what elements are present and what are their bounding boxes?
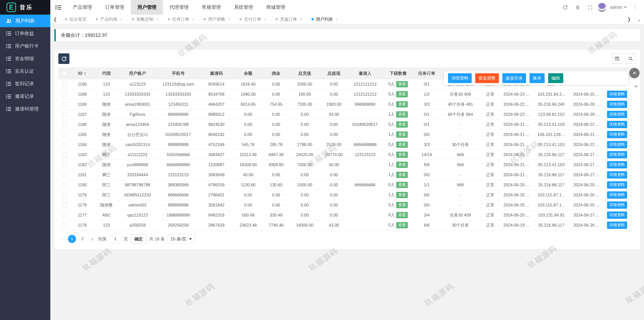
row-checkbox[interactable]	[62, 183, 67, 187]
more-actions-icon[interactable]: ...	[628, 102, 632, 106]
detail-button[interactable]: 详情资料	[607, 101, 627, 108]
view-subordinates-button[interactable]: 查看	[396, 222, 408, 228]
row-checkbox[interactable]	[62, 92, 67, 97]
more-menu-icon[interactable]: ⋮	[629, 0, 640, 15]
view-subordinates-button[interactable]: 查看	[396, 162, 408, 168]
tabs-menu-icon[interactable]: ⌄	[634, 15, 644, 24]
select-all-checkbox[interactable]	[62, 71, 67, 76]
row-checkbox[interactable]	[62, 132, 67, 137]
page-button-2[interactable]: 2	[78, 235, 87, 243]
more-actions-icon[interactable]: ...	[628, 112, 632, 116]
row-checkbox[interactable]	[62, 153, 67, 157]
action-button-2[interactable]: 资金调整	[475, 73, 499, 83]
detail-button[interactable]: 详情资料	[607, 151, 627, 158]
nav-item-7[interactable]: 商城管理	[260, 0, 292, 15]
sidebar-item-2[interactable]: 订单收益	[0, 27, 50, 40]
table-refresh-button[interactable]	[58, 53, 69, 64]
tab-7[interactable]: 充值订单×	[271, 15, 307, 24]
view-subordinates-button[interactable]: 查看	[396, 111, 408, 118]
row-checkbox[interactable]	[62, 213, 67, 218]
detail-button[interactable]: 详情资料	[607, 181, 627, 189]
detail-button[interactable]: 详情资料	[607, 91, 627, 98]
row-checkbox[interactable]	[62, 203, 67, 207]
nav-item-1[interactable]: 产品管理	[66, 0, 99, 15]
page-number-input[interactable]	[109, 235, 121, 243]
more-actions-icon[interactable]: ...	[628, 223, 632, 227]
more-actions-icon[interactable]: ...	[628, 212, 632, 217]
detail-button[interactable]: 详情资料	[607, 201, 627, 209]
row-checkbox[interactable]	[62, 112, 67, 117]
tab-3[interactable]: 策略定制×	[127, 15, 163, 24]
view-subordinates-button[interactable]: 查看	[396, 192, 408, 198]
sort-icon[interactable]	[84, 72, 86, 75]
sidebar-collapse-icon[interactable]	[50, 0, 66, 15]
sidebar-item-3[interactable]: 用户银行卡	[0, 40, 50, 52]
detail-button[interactable]: 详情资料	[607, 131, 627, 138]
detail-button[interactable]: 详情资料	[607, 222, 627, 229]
confirm-page-button[interactable]: 确定	[131, 234, 147, 243]
view-subordinates-button[interactable]: 查看	[396, 202, 408, 208]
close-icon[interactable]: ✕	[629, 68, 639, 78]
view-subordinates-button[interactable]: 查看	[396, 172, 408, 178]
refresh-icon[interactable]	[560, 0, 571, 15]
nav-item-6[interactable]: 系统管理	[227, 0, 260, 15]
more-actions-icon[interactable]: ...	[628, 172, 632, 177]
more-actions-icon[interactable]: ...	[628, 122, 632, 126]
tab-8[interactable]: 用户列表×	[307, 15, 343, 24]
search-icon[interactable]	[625, 54, 636, 64]
page-button-1[interactable]: 1	[68, 235, 76, 243]
tab-close-icon[interactable]: ×	[156, 17, 158, 21]
detail-button[interactable]: 详情资料	[607, 171, 627, 179]
more-actions-icon[interactable]: ...	[628, 132, 632, 136]
action-button-5[interactable]: 编辑	[548, 73, 563, 83]
sidebar-item-4[interactable]: 资金明细	[0, 52, 50, 65]
sidebar-item-8[interactable]: 邀请码管理	[0, 103, 50, 115]
action-button-3[interactable]: 派发任务	[502, 73, 526, 83]
nav-item-3[interactable]: 用户管理	[131, 0, 163, 15]
tab-1[interactable]: 后台首页	[60, 15, 91, 24]
tab-close-icon[interactable]: ×	[228, 17, 230, 21]
sidebar-item-1[interactable]: 用户列表	[0, 15, 50, 27]
sidebar-item-5[interactable]: 实名认证	[0, 65, 50, 78]
more-actions-icon[interactable]: ...	[628, 202, 632, 207]
tabs-scroll-right-icon[interactable]: ❯	[624, 15, 634, 24]
view-subordinates-button[interactable]: 查看	[396, 182, 408, 188]
detail-button[interactable]: 详情资料	[607, 111, 627, 118]
prev-page-icon[interactable]: ‹	[59, 236, 65, 242]
view-subordinates-button[interactable]: 查看	[396, 212, 408, 218]
column-header-1[interactable]: ID	[70, 68, 94, 79]
panel-collapse-icon[interactable]	[634, 86, 638, 88]
tab-close-icon[interactable]: ×	[336, 17, 338, 21]
more-actions-icon[interactable]: ...	[628, 142, 632, 147]
view-subordinates-button[interactable]: 查看	[396, 152, 408, 158]
row-checkbox[interactable]	[62, 122, 67, 127]
row-checkbox[interactable]	[62, 223, 67, 228]
more-actions-icon[interactable]: ...	[628, 92, 632, 96]
tabs-scroll-left-icon[interactable]: ❮	[50, 15, 60, 24]
view-subordinates-button[interactable]: 查看	[396, 101, 408, 108]
tab-close-icon[interactable]: ×	[120, 17, 123, 21]
avatar[interactable]	[597, 3, 607, 12]
view-subordinates-button[interactable]: 查看	[396, 121, 408, 128]
detail-button[interactable]: 详情资料	[607, 161, 627, 168]
user-menu[interactable]: admin	[610, 5, 627, 10]
more-actions-icon[interactable]: ...	[628, 152, 632, 157]
detail-button[interactable]: 详情资料	[607, 141, 627, 148]
tab-close-icon[interactable]: ×	[300, 17, 302, 21]
page-size-select[interactable]: 15 条/页	[167, 234, 195, 243]
tab-4[interactable]: 任务订单×	[163, 15, 199, 24]
row-checkbox[interactable]	[62, 102, 67, 107]
tab-2[interactable]: 产品列表×	[91, 15, 127, 24]
nav-item-4[interactable]: 代理管理	[163, 0, 195, 15]
tab-6[interactable]: 支付订单×	[235, 15, 271, 24]
columns-filter-icon[interactable]	[612, 54, 622, 64]
view-subordinates-button[interactable]: 查看	[396, 91, 408, 97]
tab-5[interactable]: 用户策略×	[199, 15, 235, 24]
sidebar-item-6[interactable]: 签到记录	[0, 78, 50, 90]
action-button-4[interactable]: 账本	[530, 73, 545, 83]
action-button-1[interactable]: 详情资料	[448, 73, 472, 83]
detail-button[interactable]: 详情资料	[607, 191, 627, 199]
trash-icon[interactable]	[572, 0, 583, 15]
nav-item-2[interactable]: 订单管理	[99, 0, 131, 15]
view-subordinates-button[interactable]: 查看	[396, 141, 408, 148]
